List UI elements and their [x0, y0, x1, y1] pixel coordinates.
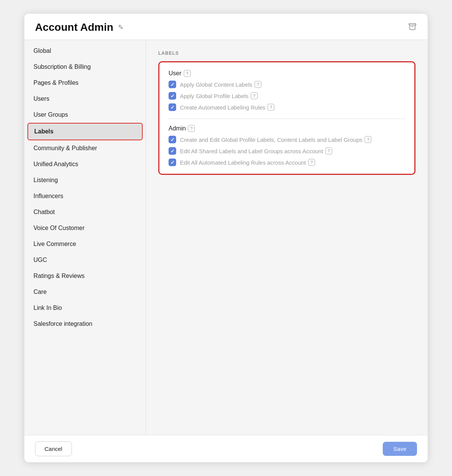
perm-item-create-automated: Create Automated Labeling Rules ?: [169, 103, 405, 111]
checkbox-apply-global-content[interactable]: [169, 81, 176, 88]
perm-item-apply-global-content: Apply Global Content Labels ?: [169, 81, 405, 88]
admin-group-title: Admin ?: [169, 125, 405, 132]
svg-rect-0: [409, 24, 416, 25]
perm-item-edit-automated-rules: Edit All Automated Labeling Rules across…: [169, 159, 405, 166]
apply-profile-labels-help-icon[interactable]: ?: [251, 92, 258, 99]
apply-content-labels-help-icon[interactable]: ?: [255, 81, 261, 88]
save-button[interactable]: Save: [383, 442, 417, 456]
create-edit-global-help-icon[interactable]: ?: [364, 136, 371, 143]
sidebar-item-unified-analytics[interactable]: Unified Analytics: [24, 156, 146, 172]
sidebar-item-subscription-billing[interactable]: Subscription & Billing: [24, 59, 146, 75]
edit-automated-rules-help-icon[interactable]: ?: [308, 159, 315, 166]
header-left: Account Admin ✎: [35, 21, 124, 33]
checkbox-apply-global-profile[interactable]: [169, 92, 176, 100]
sidebar-item-pages-profiles[interactable]: Pages & Profiles: [24, 75, 146, 91]
permissions-box: User ? Apply Global Content Labels ?: [158, 61, 415, 175]
user-group-title: User ?: [169, 70, 405, 77]
group-divider: [169, 119, 405, 119]
sidebar: GlobalSubscription & BillingPages & Prof…: [24, 40, 146, 435]
cancel-button[interactable]: Cancel: [35, 441, 72, 456]
sidebar-item-listening[interactable]: Listening: [24, 172, 146, 188]
sidebar-item-care[interactable]: Care: [24, 284, 146, 300]
sidebar-item-ratings-reviews[interactable]: Ratings & Reviews: [24, 268, 146, 284]
user-permission-group: User ? Apply Global Content Labels ?: [169, 70, 405, 111]
modal-footer: Cancel Save: [24, 435, 428, 462]
archive-icon[interactable]: [408, 22, 417, 33]
edit-icon[interactable]: ✎: [118, 23, 124, 32]
admin-permission-group: Admin ? Create and Edit Global Profile L…: [169, 125, 405, 166]
sidebar-item-influencers[interactable]: Influencers: [24, 188, 146, 204]
sidebar-item-ugc[interactable]: UGC: [24, 252, 146, 268]
modal-body: GlobalSubscription & BillingPages & Prof…: [24, 40, 428, 435]
modal-header: Account Admin ✎: [24, 14, 428, 40]
account-admin-modal: Account Admin ✎ GlobalSubscription & Bil…: [24, 14, 428, 462]
checkbox-create-automated[interactable]: [169, 103, 176, 111]
perm-item-apply-global-profile: Apply Global Profile Labels ?: [169, 92, 405, 100]
checkbox-create-edit-global[interactable]: [169, 136, 176, 143]
create-automated-help-icon[interactable]: ?: [267, 104, 274, 111]
sidebar-item-voice-of-customer[interactable]: Voice Of Customer: [24, 220, 146, 236]
sidebar-item-live-commerce[interactable]: Live Commerce: [24, 236, 146, 252]
user-help-icon[interactable]: ?: [184, 70, 191, 77]
page-title: Account Admin: [35, 21, 113, 33]
section-label: LABELS: [158, 51, 415, 56]
main-content: LABELS User ? Apply Global Content Label…: [146, 40, 428, 435]
checkbox-edit-automated-rules[interactable]: [169, 159, 176, 166]
perm-item-edit-shared-labels: Edit All Shared Labels and Label Groups …: [169, 147, 405, 155]
sidebar-item-global[interactable]: Global: [24, 43, 146, 59]
sidebar-item-chatbot[interactable]: Chatbot: [24, 204, 146, 220]
sidebar-item-user-groups[interactable]: User Groups: [24, 107, 146, 123]
edit-shared-labels-help-icon[interactable]: ?: [325, 148, 332, 154]
checkbox-edit-shared-labels[interactable]: [169, 147, 176, 155]
perm-item-create-edit-global: Create and Edit Global Profile Labels, C…: [169, 136, 405, 143]
sidebar-item-users[interactable]: Users: [24, 91, 146, 107]
admin-help-icon[interactable]: ?: [188, 125, 195, 132]
sidebar-item-salesforce-integration[interactable]: Salesforce integration: [24, 316, 146, 332]
sidebar-item-link-in-bio[interactable]: Link In Bio: [24, 300, 146, 316]
sidebar-item-labels[interactable]: Labels: [27, 123, 143, 140]
sidebar-item-community-publisher[interactable]: Community & Publisher: [24, 140, 146, 156]
